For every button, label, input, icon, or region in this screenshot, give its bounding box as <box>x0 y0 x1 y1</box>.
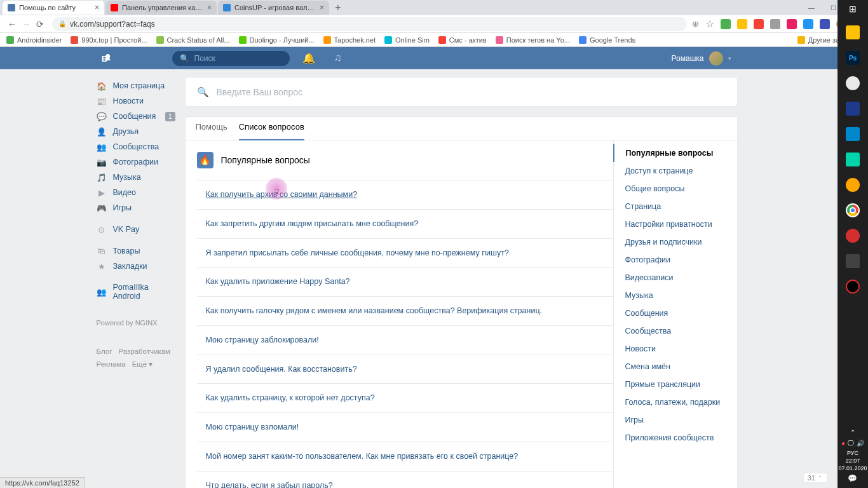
monitor-tray-icon[interactable]: 🖵 <box>848 439 854 447</box>
reload-icon[interactable]: ⟳ <box>33 19 47 29</box>
sidebar-item[interactable]: 👥Сообщества <box>93 139 175 154</box>
category-item[interactable]: Голоса, платежи, подарки <box>614 393 737 411</box>
category-item[interactable]: Сообщества <box>614 322 737 340</box>
browser-tab-active[interactable]: Помощь по сайту × <box>3 1 104 15</box>
taskbar-app-icon[interactable] <box>846 102 860 116</box>
question-link[interactable]: Что делать, если я забыл пароль? <box>197 471 613 489</box>
ext-icon[interactable] <box>820 19 830 29</box>
sidebar-item[interactable]: 🛍Товары <box>93 243 175 259</box>
question-link[interactable]: Как удалить приложение Happy Santa? <box>197 267 613 296</box>
question-search-input[interactable] <box>217 87 726 97</box>
question-link[interactable]: Мой номер занят каким-то пользователем. … <box>197 442 613 471</box>
taskbar-app-icon[interactable] <box>846 254 860 268</box>
bookmark-item[interactable]: Поиск тегов на Yo... <box>496 36 570 44</box>
taskbar-app-icon[interactable] <box>846 152 860 166</box>
sidebar-item[interactable]: 📷Фотографии <box>93 154 175 170</box>
close-icon[interactable]: × <box>95 3 99 12</box>
taskbar-app-icon[interactable] <box>846 76 860 90</box>
sidebar-item[interactable]: 🎮Игры <box>93 200 175 215</box>
sidebar-item[interactable]: 🎵Музыка <box>93 170 175 185</box>
question-link[interactable]: Я запретил присылать себе личные сообщен… <box>197 238 613 268</box>
page-counter[interactable]: 31⌃ <box>803 473 827 483</box>
star-icon[interactable]: ☆ <box>705 18 714 30</box>
category-item[interactable]: Смена имён <box>614 358 737 376</box>
ext-icon[interactable] <box>737 19 747 29</box>
close-icon[interactable]: × <box>207 3 212 12</box>
question-link[interactable]: Как получить архив со своими данными?☟ <box>197 180 613 209</box>
category-item[interactable]: Сообщения <box>614 304 737 322</box>
minimize-icon[interactable]: — <box>801 4 822 11</box>
category-item[interactable]: Фотографии <box>614 251 737 269</box>
link-ads[interactable]: Реклама <box>97 360 126 368</box>
category-item[interactable]: Музыка <box>614 287 737 304</box>
notifications-icon[interactable]: 🔔 <box>302 52 315 64</box>
bookmark-item[interactable]: Crack Status of All... <box>156 36 230 44</box>
record-icon[interactable] <box>846 280 860 294</box>
ext-icon[interactable] <box>754 19 764 29</box>
taskbar-app-icon[interactable] <box>846 127 860 141</box>
sidebar-item[interactable]: ▶Видео <box>93 185 175 200</box>
record-tray-icon[interactable]: ● <box>841 439 845 447</box>
category-item[interactable]: Приложения сообществ <box>614 429 737 447</box>
ext-icon[interactable] <box>787 19 797 29</box>
category-item[interactable]: Игры <box>614 411 737 429</box>
sidebar-item[interactable]: 👥PomaIIIka Android <box>93 280 175 303</box>
bookmark-item[interactable]: Online Sim <box>384 36 430 44</box>
bookmark-item[interactable]: Google Trends <box>579 36 635 44</box>
ext-icon[interactable] <box>721 19 731 29</box>
bookmark-item[interactable]: 990x.top | Простой... <box>71 36 147 44</box>
new-tab-button[interactable]: + <box>330 2 346 13</box>
category-item[interactable]: Новости <box>614 340 737 358</box>
bookmark-item[interactable]: Duolingo - Лучший... <box>239 36 315 44</box>
category-item[interactable]: Страница <box>614 198 737 215</box>
category-item[interactable]: Популярные вопросы <box>613 144 737 162</box>
taskbar-app-icon[interactable] <box>846 178 860 192</box>
tray-expand-icon[interactable]: ⌃ <box>838 428 867 437</box>
search-input[interactable]: 🔍 Поиск <box>172 51 290 66</box>
notifications-tray-icon[interactable]: 💬 <box>838 474 867 484</box>
sidebar-item[interactable]: 💬Сообщения1 <box>93 109 175 124</box>
music-icon[interactable]: ♫ <box>334 52 342 64</box>
category-item[interactable]: Настройки приватности <box>614 215 737 233</box>
category-item[interactable]: Доступ к странице <box>614 162 737 180</box>
taskbar-app-icon[interactable] <box>846 229 860 243</box>
sidebar-item[interactable]: 👤Друзья <box>93 124 175 139</box>
sound-tray-icon[interactable]: 🔊 <box>857 439 864 447</box>
browser-tab[interactable]: CoinsUP - игровая валюта, пре × <box>218 1 329 15</box>
bookmark-item[interactable]: Смс - актив <box>438 36 487 44</box>
forward-icon[interactable]: → <box>19 19 33 29</box>
help-tab[interactable]: Помощь <box>196 117 227 140</box>
clock-time[interactable]: 22:07 <box>838 458 867 465</box>
link-dev[interactable]: Разработчикам <box>118 348 170 355</box>
zoom-icon[interactable]: ⊕ <box>692 19 699 29</box>
photoshop-icon[interactable]: Ps <box>846 51 860 65</box>
sidebar-item[interactable]: 🏠Моя страница <box>93 78 175 93</box>
bookmark-item[interactable]: Androidinsider <box>6 36 62 44</box>
windows-start-icon[interactable]: ⊞ <box>849 4 857 14</box>
category-item[interactable]: Друзья и подписчики <box>614 233 737 251</box>
browser-tab[interactable]: Панель управления каналом - × <box>105 1 217 15</box>
lang-indicator[interactable]: РУС <box>838 450 867 458</box>
question-link[interactable]: Я удалил сообщения. Как восстановить? <box>197 355 613 384</box>
close-icon[interactable]: × <box>320 3 324 12</box>
question-link[interactable]: Мою страницу заблокировали! <box>197 325 613 355</box>
question-link[interactable]: Как запретить другим людям присылать мне… <box>197 209 613 238</box>
link-blog[interactable]: Блог <box>97 348 112 355</box>
category-item[interactable]: Видеозаписи <box>614 269 737 287</box>
question-link[interactable]: Как получить галочку рядом с именем или … <box>197 296 613 325</box>
bookmark-item[interactable]: Tapochek.net <box>323 36 376 44</box>
question-link[interactable]: Как удалить страницу, к которой нет дост… <box>197 383 613 412</box>
category-item[interactable]: Общие вопросы <box>614 180 737 198</box>
taskbar-app-icon[interactable] <box>846 25 860 39</box>
category-item[interactable]: Прямые трансляции <box>614 376 737 393</box>
ext-icon[interactable] <box>770 19 780 29</box>
link-more[interactable]: Ещё ▾ <box>132 360 153 368</box>
back-icon[interactable]: ← <box>5 19 19 29</box>
chrome-icon[interactable] <box>846 203 860 217</box>
url-input[interactable]: 🔒 vk.com/support?act=faqs <box>52 17 687 31</box>
question-link[interactable]: Мою страницу взломали! <box>197 412 613 442</box>
ext-icon[interactable] <box>803 19 813 29</box>
user-menu[interactable]: Ромашка ▾ <box>672 51 731 65</box>
help-tab[interactable]: Список вопросов <box>239 117 304 140</box>
clock-date[interactable]: 07.01.2020 <box>838 465 867 473</box>
